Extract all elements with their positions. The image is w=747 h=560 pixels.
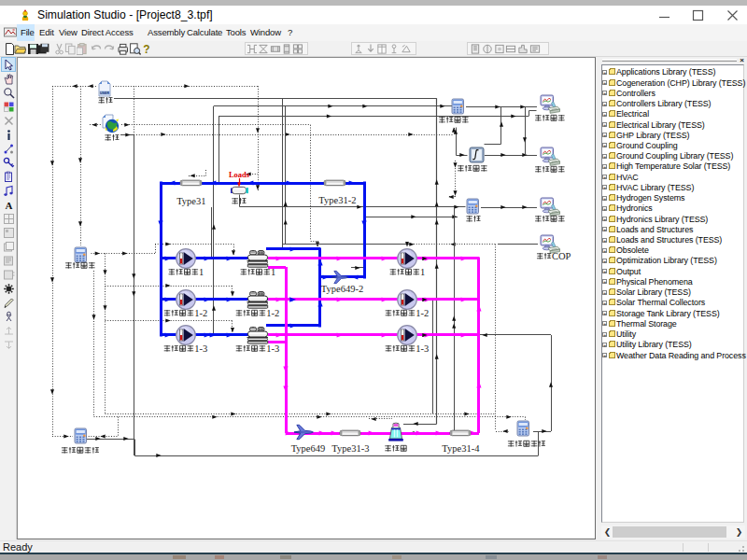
svg-text:COP: COP xyxy=(552,251,571,261)
svg-text:1: 1 xyxy=(420,267,425,277)
svg-text:Type31: Type31 xyxy=(176,196,205,206)
svg-text:1-3: 1-3 xyxy=(194,343,207,354)
svg-text:1: 1 xyxy=(199,267,204,277)
svg-text:Type31-2: Type31-2 xyxy=(318,195,356,205)
svg-text:Type649: Type649 xyxy=(291,443,326,454)
svg-text:1-3: 1-3 xyxy=(416,343,429,354)
svg-text:Type649-2: Type649-2 xyxy=(321,284,363,294)
svg-text:USER: USER xyxy=(100,91,109,95)
svg-text:1-2: 1-2 xyxy=(266,308,279,318)
svg-text:Loads: Loads xyxy=(229,170,250,179)
svg-text:Type31-4: Type31-4 xyxy=(442,443,480,454)
svg-text:Type31-3: Type31-3 xyxy=(331,443,369,454)
svg-text:1-3: 1-3 xyxy=(266,343,279,354)
svg-text:1: 1 xyxy=(271,267,275,277)
svg-text:A: A xyxy=(5,200,12,211)
svg-text:1-2: 1-2 xyxy=(194,308,207,318)
svg-text:1-2: 1-2 xyxy=(416,308,429,318)
